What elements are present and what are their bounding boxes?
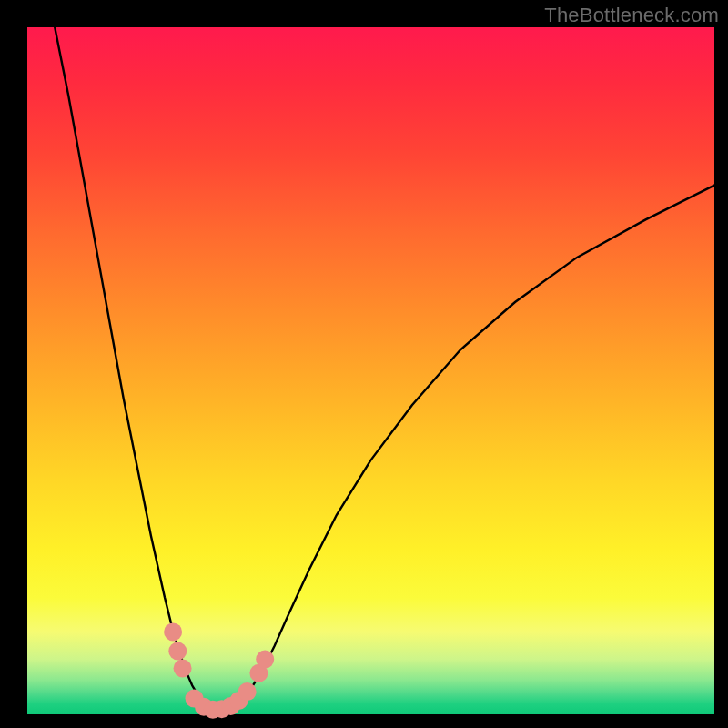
curve-marker — [164, 622, 182, 641]
curve-markers — [164, 622, 274, 718]
curve-marker — [238, 682, 257, 701]
curve-marker — [174, 659, 192, 677]
chart-frame: TheBottleneck.com — [0, 0, 728, 728]
curve-marker — [256, 651, 274, 669]
watermark-text: TheBottleneck.com — [544, 4, 719, 27]
curve-marker — [168, 642, 187, 661]
curve-layer — [27, 27, 714, 714]
bottleneck-curve — [55, 27, 714, 710]
